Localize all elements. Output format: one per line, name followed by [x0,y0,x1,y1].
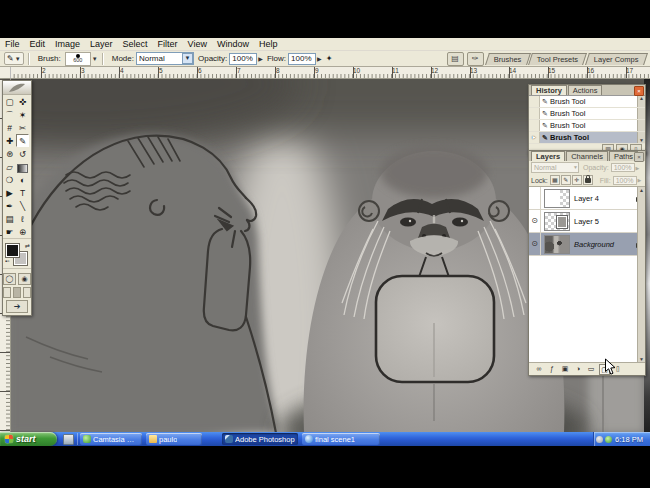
crop-tool[interactable]: # [3,121,16,134]
foreground-color-swatch[interactable] [6,244,19,257]
lock-position-button[interactable]: ✛ [572,175,582,185]
history-source-column[interactable] [529,108,540,119]
scroll-up-icon[interactable]: ▲ [638,187,645,193]
airbrush-toggle[interactable]: ✦ [326,54,333,63]
eyedropper-tool[interactable]: ℓ [16,212,29,225]
tab-actions[interactable]: Actions [568,85,603,95]
file-browser-button[interactable]: ▤ [447,52,464,66]
tray-clock-icon[interactable] [596,436,603,443]
type-tool[interactable]: T [16,186,29,199]
tool-preset-picker[interactable]: ✎ ▼ [4,52,24,65]
opacity-slider-arrow[interactable]: ▶ [258,55,263,62]
taskbar-button-photoshop[interactable]: Adobe Photoshop [222,433,298,445]
standard-screen-button[interactable] [3,287,11,298]
tab-tool-presets[interactable]: Tool Presets [528,53,587,65]
horizontal-ruler[interactable]: 1 2 3 4 5 6 7 8 9 10 11 12 13 14 15 16 1… [0,67,650,79]
lock-all-button[interactable] [583,175,593,185]
tab-channels[interactable]: Channels [566,151,608,161]
hand-tool[interactable]: ☛ [3,225,16,238]
layer-style-button[interactable]: ƒ [547,364,557,374]
flow-input[interactable]: 100% [288,53,316,65]
tab-brushes[interactable]: Brushes [485,53,530,65]
history-state[interactable]: ✎ Brush Tool ▲ [529,96,645,108]
add-layer-mask-button[interactable]: ▣ [560,364,570,374]
close-icon[interactable]: × [634,152,644,162]
default-colors-icon[interactable]: ▪▫ [5,258,9,264]
menu-filter[interactable]: Filter [153,38,183,50]
blend-mode-select[interactable]: Normal ▼ [136,52,194,65]
lasso-tool[interactable]: ⌒ [3,108,16,121]
scroll-up-icon[interactable]: ▲ [638,96,645,101]
history-state-selected[interactable]: ▸ ✎ Brush Tool ▼ [529,132,645,144]
start-button[interactable]: start [0,432,57,446]
fullscreen-button[interactable] [23,287,31,298]
brush-tool[interactable]: ✎ [16,134,29,147]
taskbar-button-camtasia[interactable]: Camtasia Studio - Bo... [80,433,142,445]
show-desktop-icon[interactable] [63,434,74,445]
menu-window[interactable]: Window [212,38,254,50]
notes-tool[interactable]: ▤ [3,212,16,225]
blur-tool[interactable]: ❍ [3,173,16,186]
layer-blend-mode-select[interactable]: Normal ▼ [531,162,579,173]
close-icon[interactable]: × [634,86,644,96]
flow-slider-arrow[interactable]: ▶ [317,55,322,62]
link-layers-icon[interactable]: ∞ [534,364,544,374]
history-scrollbar[interactable]: ▼ [637,132,645,143]
brush-preset-preview[interactable]: 600 [65,52,91,66]
magic-wand-tool[interactable]: ✶ [16,108,29,121]
menu-select[interactable]: Select [118,38,153,50]
taskbar-button-paulo[interactable]: paulo [146,433,202,445]
layer-row-layer4[interactable]: Layer 4 [529,187,645,210]
toolbox-title-grip[interactable] [3,81,31,95]
slice-tool[interactable]: ✂ [16,121,29,134]
lock-paint-button[interactable]: ✎ [561,175,571,185]
menu-image[interactable]: Image [50,38,85,50]
fill-value[interactable]: 100% [613,176,637,185]
scroll-down-icon[interactable]: ▼ [638,138,645,143]
toggle-brushes-button[interactable]: ✑ [467,52,484,66]
tab-history[interactable]: History [531,85,567,95]
tab-layer-comps[interactable]: Layer Comps [585,53,648,65]
tray-camtasia-icon[interactable] [605,436,612,443]
layer-thumbnail[interactable] [544,189,570,208]
path-selection-tool[interactable]: ▶ [3,186,16,199]
history-state[interactable]: ✎ Brush Tool [529,120,645,132]
healing-brush-tool[interactable]: ✚ [3,134,16,147]
history-state[interactable]: ✎ Brush Tool [529,108,645,120]
dodge-tool[interactable]: ◐ [16,173,29,186]
layer-opacity-value[interactable]: 100% [611,163,635,172]
history-scrollbar[interactable] [637,108,645,119]
chevron-down-icon[interactable]: ▼ [92,56,98,62]
visibility-toggle[interactable]: ⊙ [529,210,541,232]
menu-layer[interactable]: Layer [85,38,118,50]
adjustment-layer-button[interactable]: ◑ [573,364,583,374]
gradient-tool[interactable] [16,160,29,173]
spinner-icon[interactable]: ▶ [636,165,640,171]
layer-thumbnail[interactable] [544,235,570,254]
clone-stamp-tool[interactable]: ⊛ [3,147,16,160]
scroll-down-icon[interactable]: ▼ [638,356,645,362]
layers-scrollbar[interactable]: ▲ ▼ [637,187,645,362]
zoom-tool[interactable]: ⊕ [16,225,29,238]
history-scrollbar[interactable]: ▲ [637,96,645,107]
history-source-column[interactable] [529,96,540,107]
visibility-toggle[interactable]: ⊙ [529,233,541,255]
layer-row-layer5[interactable]: ⊙ Layer 5 [529,210,645,233]
history-brush-tool[interactable]: ↺ [16,147,29,160]
layer-name[interactable]: Layer 4 [573,194,633,203]
taskbar-button-finalscene[interactable]: final scene1 [302,433,380,445]
shape-tool[interactable]: ╲ [16,199,29,212]
menu-file[interactable]: File [0,38,25,50]
menu-view[interactable]: View [183,38,212,50]
eraser-tool[interactable]: ▱ [3,160,16,173]
layer-row-background[interactable]: ⊙ Background [529,233,645,256]
history-source-column[interactable] [529,120,540,131]
menu-help[interactable]: Help [254,38,283,50]
opacity-input[interactable]: 100% [229,53,257,65]
pen-tool[interactable]: ✒ [3,199,16,212]
menu-edit[interactable]: Edit [25,38,51,50]
history-state-slider[interactable]: ▸ [529,132,540,143]
new-layer-set-button[interactable]: ▭ [586,364,596,374]
visibility-toggle[interactable] [529,187,541,209]
layer-thumbnail[interactable] [544,212,570,231]
